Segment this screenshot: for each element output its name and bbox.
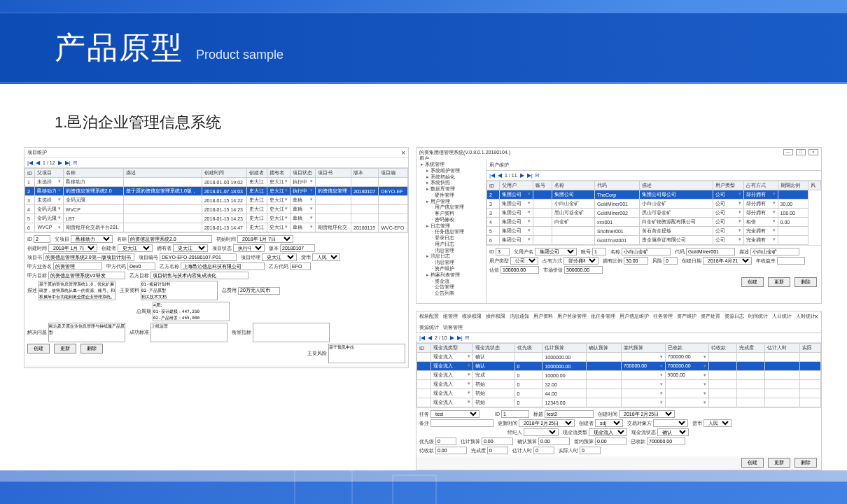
table-row[interactable]: 现金流入▾初始044.00▾▾ (417, 389, 821, 398)
总费用-input[interactable] (238, 287, 280, 295)
col-header[interactable]: 确认预算 (587, 344, 622, 353)
col-header[interactable]: ID (417, 344, 431, 353)
table-row[interactable]: 1未选择▾邑移动力2018-01-03 19:02史大江史大江▾执行中▾ (25, 178, 408, 187)
col-header[interactable]: 拥有者 (267, 169, 290, 178)
优先级-input[interactable] (435, 438, 456, 445)
tree-node[interactable]: ·登录日志 (418, 235, 484, 241)
menu-item[interactable]: 用户资料 (533, 313, 553, 320)
table-row[interactable]: 2邑移动力▾的资信息管理系统2.0基于原的资信息管理系统1.0版，2018-01… (25, 187, 408, 196)
已收款-input[interactable] (647, 438, 685, 445)
col-header[interactable]: 现金流状态 (472, 344, 514, 353)
pager-prev-icon[interactable]: ◀ (36, 160, 40, 166)
table-row[interactable]: 5金码无限▾LBT2018-01-15 14:23史大江史大江▾草稿▾ (25, 214, 408, 223)
pager-first-icon[interactable]: |◀ (419, 335, 425, 341)
风险-input[interactable] (664, 257, 678, 265)
代码-input[interactable] (686, 248, 735, 255)
col-header[interactable]: 估计预算 (542, 344, 587, 353)
pager-refresh-icon[interactable]: R (465, 335, 470, 341)
用户类型-select[interactable]: 公司 (510, 257, 538, 265)
总周期-input[interactable]: 4周: 01-设计建模：447,250 02-产品研发：465,000 03-测… (153, 302, 230, 321)
签约预算-input[interactable] (595, 438, 626, 445)
标题-input[interactable] (545, 410, 594, 418)
主要资料-input[interactable]: 01-项目计划书 02-产品原型 相关技术文档 (141, 281, 218, 300)
pager-last-icon[interactable]: ▶| (65, 160, 71, 166)
tree-node[interactable]: ▸系统维护管理 (418, 168, 484, 174)
col-header[interactable]: 实际 (799, 344, 820, 353)
table-row[interactable]: 6集团公司▾GoldTrust001贵金属单证有限公司公司▾完全拥有▾ (487, 236, 821, 245)
pager-first-icon[interactable]: |◀ (27, 160, 33, 166)
pager-first-icon[interactable]: |◀ (489, 172, 495, 178)
menu-item[interactable]: 时间统计 (748, 313, 768, 320)
menu-item[interactable]: 用户信息维护 (620, 313, 649, 320)
tree-node[interactable]: ·公告管理 (418, 284, 484, 290)
待收款-input[interactable] (435, 447, 467, 454)
pager-refresh-icon[interactable]: R (74, 160, 78, 166)
tree-node[interactable]: ▸用户管理 (418, 199, 484, 205)
现金流状态-select[interactable]: 确认 (657, 428, 689, 436)
tree-node[interactable]: ▸档案列表管理 (418, 272, 484, 279)
衡量指标-input[interactable] (253, 323, 330, 342)
col-header[interactable]: 创建时间 (202, 169, 246, 178)
update-button[interactable]: 更新 (54, 344, 76, 354)
交易对象方-select[interactable] (653, 419, 688, 427)
create-button[interactable]: 创建 (741, 458, 764, 468)
col-header[interactable]: 完成度 (737, 344, 765, 353)
父用户名-select[interactable]: 集团公司 (535, 248, 577, 255)
tree-node[interactable]: ·用户信息管理 (418, 204, 484, 211)
创建时间-select[interactable]: 2018年 1月 7日 (48, 244, 97, 252)
成功标准-input[interactable]: 上线运营 (150, 323, 227, 342)
col-header[interactable]: 已收款 (665, 344, 709, 353)
col-header[interactable]: ID (25, 169, 35, 178)
col-header[interactable]: 待收款 (709, 344, 737, 353)
maximize-icon[interactable]: □ (796, 149, 806, 155)
col-header[interactable]: 名称 (63, 169, 123, 178)
col-header[interactable]: 父项目 (35, 169, 63, 178)
menu-item[interactable]: 人时统计 (796, 313, 816, 320)
更新时间-select[interactable]: 2018年 2月25日 (519, 419, 575, 427)
update-button[interactable]: 更新 (768, 458, 790, 468)
tree-node[interactable]: ·硬件管理 (418, 192, 484, 199)
table-row[interactable]: 3集团公司▾黑山可谷金矿GoldMiner002黑山可谷金矿公司▾部分拥有▾10… (487, 209, 821, 218)
col-header[interactable]: 版本 (351, 169, 379, 178)
col-header[interactable]: 签约预算 (621, 344, 665, 353)
tree-node[interactable]: ▸系统管理 (418, 162, 484, 168)
menu-item[interactable]: 访客管理 (443, 324, 463, 331)
甲方目标-input[interactable] (48, 272, 125, 279)
ID-input[interactable] (496, 248, 510, 255)
project-table[interactable]: ID父项目名称描述创建时间创建者拥有者项目状态项目书版本项目编1未选择▾邑移动力… (24, 168, 408, 232)
备注-input[interactable] (430, 419, 493, 427)
父项目-select[interactable]: 邑移动力 (71, 235, 113, 243)
项目书-input[interactable] (43, 253, 134, 261)
create-button[interactable]: 创建 (741, 277, 764, 287)
实际人时-input[interactable] (580, 447, 601, 454)
menu-item[interactable]: 消息通知 (510, 313, 529, 320)
delete-button[interactable]: 删除 (794, 277, 817, 287)
名称-input[interactable] (128, 235, 212, 243)
col-header[interactable]: 创建者 (247, 169, 267, 178)
估计预算-input[interactable] (482, 438, 513, 445)
col-header[interactable]: 优先级 (514, 344, 542, 353)
table-row[interactable]: 3未选择▾金码无限2018-01-15 14:22史大江史大江▾草稿▾ (25, 196, 408, 205)
col-header[interactable]: 描述 (639, 181, 713, 190)
初始时间-select[interactable]: 2018年 1月 7日 (237, 235, 293, 243)
市场价值-input[interactable] (564, 266, 603, 274)
col-header[interactable]: 风 (808, 181, 821, 190)
minimize-icon[interactable]: — (783, 149, 793, 155)
tree-node[interactable]: ▸消息日志 (418, 253, 484, 260)
tree-node[interactable]: ·密码修改 (418, 217, 484, 223)
menu-item[interactable]: 资产处置 (701, 313, 720, 320)
col-header[interactable]: 描述 (124, 169, 202, 178)
pager-prev-icon[interactable]: ◀ (428, 335, 432, 341)
table-row[interactable]: 4集团公司▾白金矿xxx001白金矿物资源配有限公司公司▾租借▾0.00 (487, 218, 821, 227)
menu-item[interactable]: 用户登录管理 (557, 313, 587, 320)
close-icon[interactable]: × (814, 313, 818, 321)
tree-node[interactable]: ·资金流 (418, 279, 484, 285)
table-row[interactable]: 3集团公司▾小白山金矿GoldMiner001小白山金矿公司▾部分拥有▾30.0… (487, 200, 821, 209)
tree-node[interactable]: ·客户资料 (418, 211, 484, 217)
table-row[interactable]: 现金流入▾确认1000000.00▾700000.00▾ (417, 353, 821, 362)
menu-item[interactable]: 操作权限 (486, 313, 505, 320)
table-row[interactable]: 6WVCP▾期货程序化交易平台201.2018-01-15 14:47史大江史大… (25, 223, 408, 232)
项目编号-input[interactable] (160, 253, 237, 261)
table-row[interactable]: 4金码无限▾WVCP2018-01-15 14:23史大江史大江▾草稿▾ (25, 205, 408, 214)
delete-button[interactable]: 删除 (80, 344, 103, 354)
